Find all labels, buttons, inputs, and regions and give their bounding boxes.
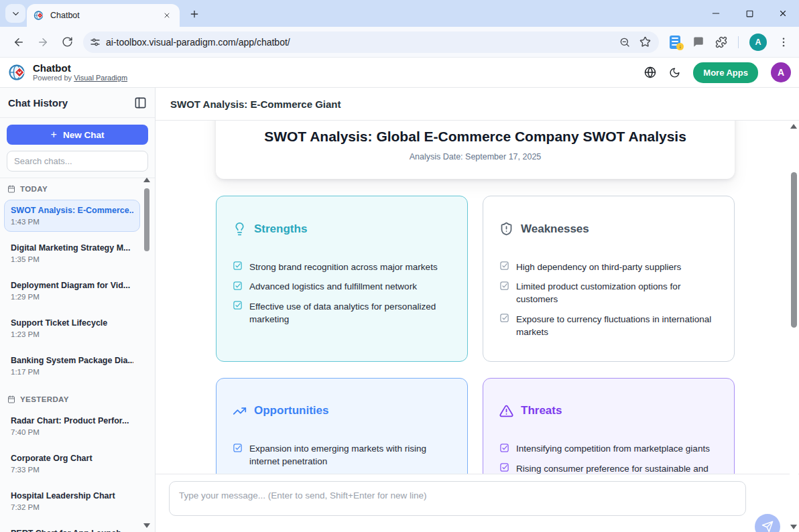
search-chats-input[interactable] [7, 151, 148, 172]
send-button[interactable] [755, 514, 780, 532]
language-globe-icon[interactable] [644, 66, 656, 78]
swot-list-item: Exposure to currency fluctuations in int… [499, 312, 718, 338]
browser-tab-chatbot[interactable]: Chatbot [27, 4, 180, 27]
sidebar-scrollbar-thumb[interactable] [144, 188, 149, 251]
lightbulb-icon [233, 222, 247, 236]
sidebar-scrollbar[interactable] [143, 178, 150, 528]
paper-plane-icon [761, 521, 774, 532]
sidebar-title: Chat History [8, 97, 68, 109]
analysis-header-card: SWOT Analysis: Global E-Commerce Company… [216, 121, 735, 179]
weaknesses-title: Weaknesses [521, 222, 589, 236]
swot-grid: Strengths Strong brand recognition acros… [216, 196, 735, 474]
app-brand: Chatbot Powered by Visual Paradigm [8, 62, 127, 82]
tab-strip: Chatbot [0, 0, 799, 27]
check-square-icon [233, 281, 243, 291]
page-scroll-up-icon[interactable] [790, 124, 797, 129]
chat-history-item[interactable]: PERT Chart for App Launch [4, 523, 140, 532]
swot-list-item: Intensifying competition from marketplac… [499, 442, 718, 456]
shield-alert-icon [499, 222, 513, 236]
chat-history-item[interactable]: Radar Chart: Product Perfor... 7:40 PM [4, 410, 140, 442]
site-settings-icon[interactable] [90, 37, 101, 48]
back-button[interactable] [9, 32, 29, 52]
chat-list: TODAY SWOT Analysis: E-Commerce... 1:43 … [0, 178, 155, 532]
strengths-list: Strong brand recognition across major ma… [233, 260, 451, 326]
chat-history-item[interactable]: Banking System Package Dia... 1:17 PM [4, 350, 140, 382]
extensions-puzzle-icon[interactable] [715, 36, 727, 48]
chat-history-item[interactable]: Deployment Diagram for Vid... 1:29 PM [4, 275, 140, 307]
comment-icon[interactable] [692, 36, 704, 48]
window-maximize-button[interactable] [743, 7, 756, 20]
url-text[interactable]: ai-toolbox.visual-paradigm.com/app/chatb… [106, 37, 610, 48]
main-panel: SWOT Analysis: E-Commerce Giant SWOT Ana… [156, 88, 799, 532]
more-apps-button[interactable]: More Apps [693, 62, 758, 83]
chat-history-item[interactable]: Support Ticket Lifecycle 1:23 PM [4, 312, 140, 344]
address-bar[interactable]: ai-toolbox.visual-paradigm.com/app/chatb… [83, 31, 659, 53]
browser-toolbar: ai-toolbox.visual-paradigm.com/app/chatb… [0, 27, 799, 58]
opportunities-card: Opportunities Expansion into emerging ma… [216, 378, 468, 474]
swot-list-item: Strong brand recognition across major ma… [233, 260, 451, 273]
tab-title: Chatbot [50, 11, 161, 20]
strengths-title: Strengths [254, 222, 307, 236]
new-chat-button[interactable]: + New Chat [7, 125, 148, 145]
threats-card: Threats Intensifying competition from ma… [483, 378, 735, 474]
swot-list-item: High dependency on third-party suppliers [499, 260, 718, 273]
toolbar-divider [738, 36, 739, 48]
weaknesses-card: Weaknesses High dependency on third-part… [483, 196, 735, 362]
check-square-icon [499, 443, 509, 453]
forward-button[interactable] [33, 32, 53, 52]
calendar-icon [7, 185, 15, 193]
swot-list-item: Effective use of data analytics for pers… [233, 300, 451, 326]
browser-window: Chatbot [0, 0, 799, 532]
swot-list-item: Rising consumer preference for sustainab… [499, 462, 718, 474]
page-scrollbar[interactable] [790, 123, 798, 531]
check-square-icon [499, 462, 509, 472]
opportunities-title: Opportunities [254, 404, 328, 417]
docs-extension-icon[interactable]: ↓ [670, 36, 682, 49]
browser-profile-avatar[interactable]: A [749, 34, 767, 51]
dark-mode-moon-icon[interactable] [669, 67, 680, 78]
conversation-title: SWOT Analysis: E-Commerce Giant [156, 88, 799, 121]
analysis-date: Analysis Date: September 17, 2025 [232, 152, 719, 161]
bookmark-star-icon[interactable] [639, 36, 651, 48]
chat-history-item[interactable]: Corporate Org Chart 7:33 PM [4, 448, 140, 480]
app-header: Chatbot Powered by Visual Paradigm More … [0, 58, 799, 88]
check-square-icon [233, 300, 243, 310]
visual-paradigm-link[interactable]: Visual Paradigm [74, 74, 127, 82]
chevron-down-icon [11, 9, 21, 19]
browser-menu-icon[interactable] [778, 36, 790, 48]
new-tab-button[interactable] [185, 5, 204, 23]
check-square-icon [499, 313, 509, 323]
tab-close-icon[interactable] [161, 9, 173, 21]
scroll-up-icon[interactable] [143, 178, 150, 182]
trending-up-icon [233, 404, 247, 418]
visual-paradigm-logo [8, 63, 27, 82]
app-user-avatar[interactable]: A [771, 62, 791, 82]
check-square-icon [499, 261, 509, 271]
collapse-sidebar-icon[interactable] [134, 96, 147, 109]
check-square-icon [233, 261, 243, 271]
chat-history-item[interactable]: SWOT Analysis: E-Commerce... 1:43 PM [4, 200, 140, 232]
chat-section-header: YESTERDAY [7, 395, 140, 403]
reload-button[interactable] [57, 32, 77, 52]
window-minimize-button[interactable] [709, 7, 723, 20]
window-close-button[interactable] [776, 7, 790, 20]
threats-title: Threats [521, 404, 562, 417]
warning-triangle-icon [499, 404, 513, 418]
chat-message-area: SWOT Analysis: Global E-Commerce Company… [156, 121, 799, 474]
zoom-out-icon[interactable] [619, 37, 630, 48]
chat-history-item[interactable]: Hospital Leadership Chart 7:32 PM [4, 485, 140, 517]
page-scroll-down-icon[interactable] [790, 525, 797, 529]
tab-search-button[interactable] [5, 4, 25, 23]
chat-history-item[interactable]: Digital Marketing Strategy M... 1:35 PM [4, 237, 140, 269]
check-square-icon [499, 281, 509, 291]
strengths-card: Strengths Strong brand recognition acros… [216, 196, 468, 362]
message-input[interactable] [169, 481, 746, 516]
swot-list-item: Limited product customization options fo… [499, 280, 718, 306]
message-composer [156, 474, 799, 532]
analysis-title: SWOT Analysis: Global E-Commerce Company… [232, 129, 719, 145]
threats-list: Intensifying competition from marketplac… [499, 442, 718, 474]
scroll-down-icon[interactable] [143, 523, 150, 528]
favicon-visual-paradigm [34, 10, 44, 21]
swot-list-item: Advanced logistics and fulfillment netwo… [233, 280, 451, 293]
page-scrollbar-thumb[interactable] [791, 172, 797, 328]
